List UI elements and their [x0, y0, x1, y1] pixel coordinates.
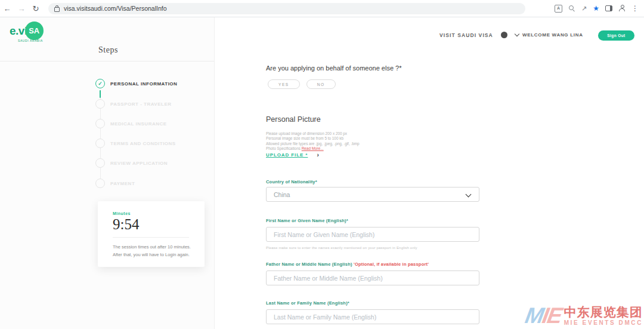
evisa-logo[interactable]: e.vi SA SAUDI ARABIA	[10, 21, 44, 42]
browser-menu-icon[interactable]: ⋮	[631, 5, 639, 12]
timer-label: Minutes	[113, 211, 205, 216]
browser-refresh-icon[interactable]: ↻	[29, 4, 43, 13]
step-circle	[95, 179, 105, 188]
step-terms-conditions: TERMS AND CONDITIONS	[95, 139, 176, 148]
lock-icon	[54, 7, 60, 12]
personal-picture-title: Personal Picture	[266, 115, 321, 124]
steps-sidebar: e.vi SA SAUDI ARABIA Steps ✓ PERSONAL IN…	[0, 17, 215, 329]
step-personal-information[interactable]: ✓ PERSONAL INFORMATION	[95, 79, 177, 88]
steps-title: Steps	[98, 45, 118, 55]
sidebar-divider	[0, 61, 214, 62]
url-text: visa.visitsaudi.com/Visa/PersonalInfo	[64, 5, 167, 12]
yes-button[interactable]: YES	[268, 79, 300, 89]
evisa-logo-badge: SA	[25, 21, 44, 40]
select-chevron-icon	[466, 192, 472, 198]
nationality-value: China	[274, 191, 290, 198]
step-medical-insurance: MEDICAL INSURANCE	[95, 119, 167, 128]
first-name-input[interactable]	[266, 227, 479, 242]
upload-file-link[interactable]: UPLOAD FILE * ›	[266, 152, 319, 158]
evisa-logo-subtext: SAUDI ARABIA	[18, 39, 44, 42]
share-icon[interactable]: ↗	[581, 5, 587, 12]
mie-watermark: MIE 中东展览集团 MIE EVENTS DMCC	[525, 306, 643, 326]
browser-toolbar: ← → ↻ visa.visitsaudi.com/Visa/PersonalI…	[0, 0, 644, 17]
evisa-personal-info-page: ← → ↻ visa.visitsaudi.com/Visa/PersonalI…	[0, 0, 644, 329]
bookmark-star-icon[interactable]: ★	[593, 5, 599, 13]
chevron-down-icon	[515, 32, 519, 36]
nationality-label: Country of Nationality*	[266, 179, 317, 185]
step-passport-traveler: PASSPORT - TRAVELER	[95, 99, 172, 109]
step-circle	[95, 158, 105, 168]
personal-picture-instructions: Please upload image of dimension 200 x 2…	[266, 131, 360, 152]
step-review-application: REVIEW APPLICATION	[95, 158, 168, 168]
upload-arrow-icon: ›	[317, 153, 318, 158]
session-timer-card: Minutes 9:54 The session times out after…	[98, 201, 205, 267]
welcome-user-label: WELCOME WANG LINA	[522, 32, 583, 38]
browser-actions: A ↗ ★ ⋮	[555, 5, 644, 13]
welcome-user-dropdown[interactable]: WELCOME WANG LINA	[515, 32, 583, 38]
search-icon[interactable]	[568, 5, 575, 12]
behalf-question-label: Are you applying on behalf of someone el…	[266, 64, 402, 72]
father-name-optional-note: 'Optional, if available in passport'	[354, 262, 429, 267]
father-name-label: Father Name or Middle Name (English) 'Op…	[266, 262, 429, 267]
father-name-input[interactable]	[266, 270, 479, 285]
steps-connector-active	[100, 90, 101, 98]
timer-value: 9:54	[113, 216, 205, 233]
nationality-select[interactable]: China	[266, 187, 479, 202]
side-panel-icon[interactable]	[605, 5, 612, 11]
mie-watermark-chinese: 中东展览集团	[564, 306, 643, 319]
steps-list: ✓ PERSONAL INFORMATION PASSPORT - TRAVEL…	[95, 79, 212, 192]
last-name-input[interactable]	[266, 309, 479, 324]
first-name-label: First Name or Given Name (English)*	[266, 218, 348, 223]
behalf-button-group: YES NO	[268, 79, 336, 89]
step-circle	[95, 119, 105, 128]
last-name-label: Last Name or Family Name (English)*	[266, 300, 349, 306]
address-bar[interactable]: visa.visitsaudi.com/Visa/PersonalInfo	[48, 3, 525, 14]
mie-watermark-english: MIE EVENTS DMCC	[564, 319, 643, 326]
step-circle	[95, 139, 105, 148]
visit-saudi-visa-link[interactable]: VISIT SAUDI VISA	[439, 32, 493, 38]
browser-back-icon[interactable]: ←	[0, 4, 14, 13]
browser-forward-icon[interactable]: →	[14, 4, 29, 13]
mie-logo: MIE	[524, 306, 563, 326]
first-name-note: Please make sure to enter the names exac…	[266, 246, 417, 250]
profile-icon[interactable]	[618, 5, 626, 12]
language-globe-icon[interactable]	[501, 32, 507, 38]
step-circle	[95, 99, 105, 109]
timer-note: The session times out after 10 minutes. …	[113, 243, 205, 259]
translate-icon[interactable]: A	[555, 5, 562, 13]
timer-divider	[113, 237, 189, 238]
read-more-link[interactable]: Read More...	[302, 146, 324, 150]
check-icon: ✓	[95, 79, 105, 88]
sign-out-button[interactable]: Sign Out	[598, 30, 634, 41]
no-button[interactable]: NO	[306, 79, 336, 89]
step-payment: PAYMENT	[95, 179, 135, 188]
